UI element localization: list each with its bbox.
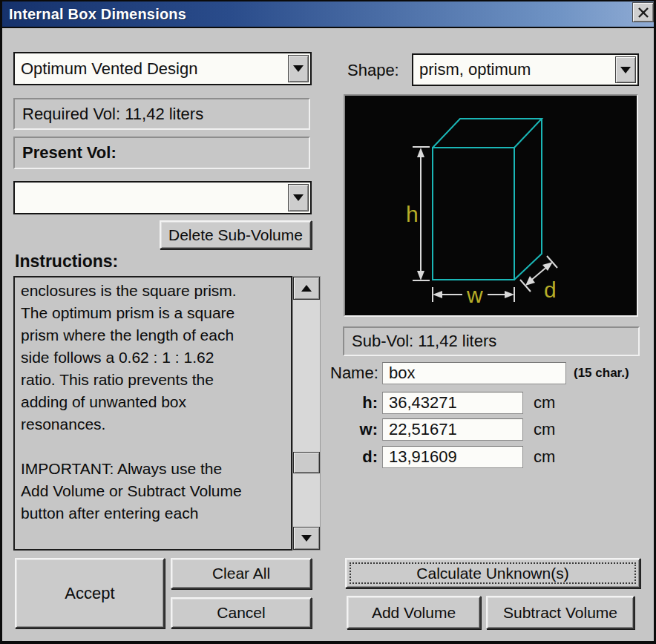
dimension-labels: h w d bbox=[406, 202, 557, 307]
width-row: w: cm bbox=[330, 418, 555, 441]
prism-wireframe bbox=[433, 119, 542, 280]
arrow-down-icon bbox=[301, 535, 312, 542]
height-row: h: cm bbox=[330, 392, 555, 414]
window-title: Internal Box Dimensions bbox=[2, 6, 186, 23]
dialog-window: Internal Box Dimensions Optimum Vented D… bbox=[0, 0, 656, 644]
name-char-limit-hint: (15 char.) bbox=[566, 366, 629, 381]
name-input[interactable] bbox=[382, 362, 566, 384]
clear-all-button[interactable]: Clear All bbox=[171, 558, 312, 589]
design-type-dropdown[interactable]: Optimum Vented Design bbox=[13, 52, 312, 85]
dimension-lines bbox=[413, 147, 557, 302]
scroll-down-button[interactable] bbox=[293, 527, 320, 550]
accept-button[interactable]: Accept bbox=[15, 558, 165, 628]
box-diagram: h w d bbox=[345, 96, 637, 315]
w-dim-label: w bbox=[466, 283, 483, 307]
calculate-unknowns-button[interactable]: Calculate Unknown(s) bbox=[345, 558, 640, 588]
instructions-scrollbar[interactable] bbox=[292, 276, 321, 551]
chevron-down-icon[interactable] bbox=[615, 56, 636, 83]
h-field-label: h: bbox=[330, 393, 382, 413]
name-label: Name: bbox=[330, 364, 382, 383]
add-volume-button[interactable]: Add Volume bbox=[347, 596, 481, 629]
d-dim-label: d bbox=[544, 277, 557, 302]
sub-volume-dropdown[interactable] bbox=[13, 181, 312, 214]
shape-value: prism, optimum bbox=[413, 60, 615, 79]
shape-dropdown[interactable]: prism, optimum bbox=[412, 53, 639, 86]
sub-vol-text: Sub-Vol: 11,42 liters bbox=[352, 332, 496, 351]
box-diagram-panel: h w d bbox=[344, 94, 638, 317]
close-button[interactable] bbox=[632, 2, 654, 22]
focus-rectangle: Calculate Unknown(s) bbox=[350, 562, 636, 584]
dimension-arrowheads bbox=[417, 148, 553, 298]
instructions-text: enclosures is the square prism. The opti… bbox=[21, 280, 288, 547]
h-dim-label: h bbox=[406, 202, 419, 226]
d-input[interactable] bbox=[382, 446, 523, 468]
subtract-volume-button[interactable]: Subtract Volume bbox=[486, 596, 634, 629]
w-field-label: w: bbox=[330, 420, 382, 439]
h-unit: cm bbox=[523, 393, 555, 413]
d-field-label: d: bbox=[330, 447, 382, 467]
d-unit: cm bbox=[523, 447, 555, 467]
name-row: Name: (15 char.) bbox=[330, 362, 629, 384]
w-unit: cm bbox=[523, 420, 555, 439]
instructions-textarea[interactable]: enclosures is the square prism. The opti… bbox=[13, 276, 292, 551]
dialog-body: Optimum Vented Design Required Vol: 11,4… bbox=[2, 28, 654, 641]
delete-sub-volume-button[interactable]: Delete Sub-Volume bbox=[160, 220, 312, 249]
sub-vol-panel: Sub-Vol: 11,42 liters bbox=[343, 326, 640, 356]
design-type-value: Optimum Vented Design bbox=[15, 59, 288, 79]
required-volume-panel: Required Vol: 11,42 liters bbox=[13, 98, 310, 130]
w-input[interactable] bbox=[382, 418, 523, 441]
arrow-up-icon bbox=[301, 285, 312, 292]
shape-label: Shape: bbox=[347, 61, 399, 80]
present-volume-panel: Present Vol: bbox=[13, 137, 310, 169]
h-input[interactable] bbox=[382, 392, 523, 414]
present-volume-text: Present Vol: bbox=[22, 143, 117, 162]
chevron-down-icon[interactable] bbox=[288, 184, 309, 211]
scrollbar-thumb[interactable] bbox=[293, 452, 320, 473]
required-volume-text: Required Vol: 11,42 liters bbox=[22, 105, 203, 124]
close-icon bbox=[637, 7, 649, 18]
depth-row: d: cm bbox=[330, 446, 555, 468]
chevron-down-icon[interactable] bbox=[288, 55, 309, 82]
instructions-label: Instructions: bbox=[15, 252, 118, 272]
titlebar: Internal Box Dimensions bbox=[2, 1, 654, 27]
cancel-button[interactable]: Cancel bbox=[171, 597, 312, 628]
scroll-up-button[interactable] bbox=[293, 277, 320, 300]
